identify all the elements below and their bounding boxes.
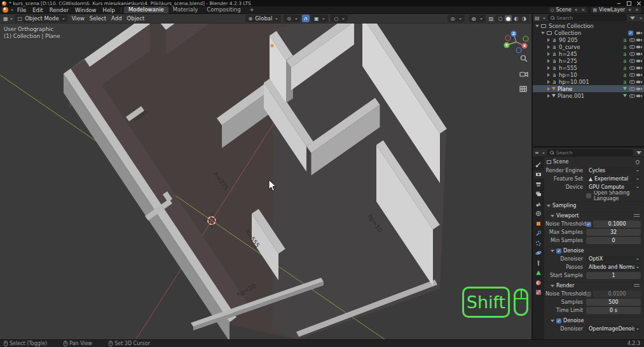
add-menu[interactable]: Add: [109, 15, 124, 22]
workspace-tab-materialy[interactable]: Materialy: [168, 6, 203, 13]
outliner-item-row[interactable]: hp=10.001: [533, 78, 644, 85]
outliner-editor-caret-icon[interactable]: [543, 18, 545, 20]
expand-arrow-icon[interactable]: [547, 38, 550, 42]
hide-eye-icon[interactable]: [629, 51, 636, 57]
outliner-item-row[interactable]: h=555: [533, 64, 644, 71]
menu-window[interactable]: Window: [72, 7, 100, 13]
osl-checkbox[interactable]: [586, 193, 591, 198]
device-dropdown[interactable]: GPU Compute: [586, 184, 641, 191]
object-name[interactable]: 90 205: [559, 37, 621, 43]
viewport-canvas[interactable]: h=245 h=275 h=555 hp=10 hp=10: [0, 14, 531, 339]
outliner-row-scene-collection[interactable]: Scene Collection: [533, 22, 644, 29]
viewport-denoise-header[interactable]: Denoise: [545, 247, 643, 254]
max-samples-field[interactable]: 32: [586, 229, 641, 236]
object-name[interactable]: hp=10.001: [559, 79, 621, 85]
render-engine-dropdown[interactable]: Cycles: [586, 167, 641, 174]
time-limit-field[interactable]: 0 s: [586, 307, 641, 314]
expand-arrow-icon[interactable]: [547, 80, 550, 84]
outliner-search-input[interactable]: Search: [548, 15, 627, 21]
gizmo-neg-x[interactable]: [505, 36, 510, 41]
expand-arrow-icon[interactable]: [547, 52, 550, 56]
tab-material[interactable]: [533, 278, 544, 287]
xray-toggle-icon[interactable]: ▨: [488, 16, 495, 22]
hide-eye-icon[interactable]: [629, 65, 636, 71]
outliner-item-row[interactable]: hp=10: [533, 71, 644, 78]
expand-arrow-icon[interactable]: [547, 73, 550, 77]
menu-help[interactable]: Help: [99, 7, 118, 13]
outliner-item-row[interactable]: h=245: [533, 50, 644, 57]
snap-toggle[interactable]: ∩: [302, 15, 310, 22]
camera-render-icon[interactable]: [636, 93, 643, 99]
shading-wireframe-icon[interactable]: ○: [497, 15, 504, 22]
view-menu[interactable]: View: [69, 15, 87, 22]
tab-output[interactable]: [533, 180, 544, 188]
pivot-point-dropdown[interactable]: ⊙: [284, 15, 301, 22]
object-name[interactable]: Plane.001: [558, 93, 621, 99]
tab-physics[interactable]: [533, 249, 544, 257]
samples-field[interactable]: 500: [586, 299, 641, 306]
hide-eye-icon[interactable]: [629, 79, 636, 85]
filter-icon[interactable]: [636, 151, 641, 154]
viewport-denoise-checkbox[interactable]: [556, 248, 561, 254]
pin-icon[interactable]: [635, 159, 640, 164]
camera-render-icon[interactable]: [636, 31, 643, 36]
expand-arrow-icon[interactable]: [547, 94, 550, 98]
menu-render[interactable]: Render: [46, 7, 72, 13]
new-view-layer-button[interactable]: +: [627, 7, 632, 13]
maximize-button[interactable]: [624, 0, 634, 6]
unlink-scene-button[interactable]: ×: [580, 7, 586, 13]
editor-type-caret-icon[interactable]: [10, 18, 13, 21]
object-name[interactable]: h=555: [559, 65, 621, 71]
overlays-dropdown[interactable]: ◍: [469, 15, 486, 22]
menu-edit[interactable]: Edit: [29, 7, 46, 13]
denoiser-dropdown[interactable]: OptiX: [586, 255, 641, 262]
close-button[interactable]: [634, 0, 644, 6]
camera-render-icon[interactable]: [636, 86, 643, 92]
object-name[interactable]: Plane: [558, 86, 621, 92]
object-name[interactable]: 0_curve: [559, 44, 621, 50]
viewport-3d[interactable]: h=245 h=275 h=555 hp=10 hp=10: [0, 14, 531, 339]
gizmo-neg-z[interactable]: [516, 48, 521, 53]
filter-caret-icon[interactable]: [640, 18, 642, 20]
app-menu-caret-icon[interactable]: [11, 10, 13, 12]
tab-render[interactable]: [533, 170, 544, 179]
panel-options-icon[interactable]: [634, 214, 640, 217]
expand-arrow-icon[interactable]: [547, 45, 550, 49]
expand-arrow-icon[interactable]: [547, 87, 550, 91]
tab-object-data[interactable]: [533, 269, 544, 277]
expand-arrow-icon[interactable]: [547, 66, 550, 70]
hide-eye-icon[interactable]: [629, 37, 636, 43]
filter-icon[interactable]: [630, 17, 635, 20]
collection-checkbox[interactable]: [628, 31, 633, 36]
blender-menu-icon[interactable]: [3, 7, 8, 13]
render-denoise-header[interactable]: Denoise: [545, 316, 643, 324]
outliner-item-row[interactable]: 0_curve: [533, 43, 644, 50]
scene-selector[interactable]: ◇ Scene + ×: [549, 7, 587, 13]
outliner-item-row[interactable]: h=275: [533, 57, 644, 64]
panel-options-icon[interactable]: [634, 284, 640, 287]
render-noise-threshold-field[interactable]: 0.0100: [593, 290, 641, 297]
tab-texture[interactable]: [533, 289, 544, 297]
passes-dropdown[interactable]: Albedo and Normal: [586, 264, 641, 271]
collection-label[interactable]: Collection: [554, 30, 628, 36]
hide-eye-icon[interactable]: [629, 86, 636, 92]
render-denoiser-dropdown[interactable]: OpenImageDenoise: [586, 325, 641, 332]
tab-tool[interactable]: [533, 160, 544, 168]
proportional-edit-dropdown[interactable]: ○: [331, 15, 348, 22]
noise-threshold-field[interactable]: 0.1000: [593, 221, 641, 228]
tab-particles[interactable]: [533, 239, 544, 247]
transform-orientation-dropdown[interactable]: ⊕ Global: [245, 15, 282, 22]
tab-constraints[interactable]: [533, 259, 544, 267]
render-subpanel-header[interactable]: Render: [545, 282, 643, 289]
shading-rendered-icon[interactable]: ◑: [521, 15, 528, 22]
camera-render-icon[interactable]: [636, 37, 643, 43]
outliner-item-row[interactable]: 90 205: [533, 36, 644, 43]
minimize-button[interactable]: [613, 0, 624, 6]
object-menu[interactable]: Object: [125, 15, 147, 22]
tab-object[interactable]: [533, 219, 544, 228]
feature-set-dropdown[interactable]: Experimental: [586, 175, 641, 182]
outliner-item-row-active[interactable]: Plane: [533, 85, 644, 92]
render-denoise-checkbox[interactable]: [556, 318, 561, 323]
camera-render-icon[interactable]: [636, 65, 643, 71]
collapse-arrow-icon[interactable]: [541, 32, 545, 34]
